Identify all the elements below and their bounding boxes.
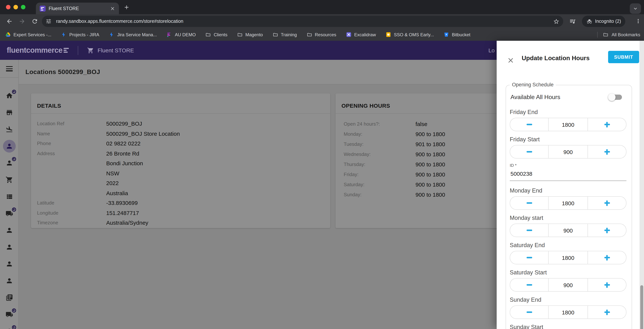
minus-icon	[526, 124, 532, 125]
minus-icon	[526, 284, 532, 286]
tab-close-icon[interactable]	[110, 6, 115, 11]
field-label: Saturday End	[510, 242, 626, 248]
incognito-badge: Incognito (2)	[582, 16, 626, 27]
drawer-title: Update Location Hours	[522, 54, 590, 62]
site-info-icon[interactable]	[46, 18, 52, 24]
saturday-end-increase-button[interactable]	[588, 251, 626, 264]
header-nav-item[interactable]: Lo	[488, 47, 494, 54]
plus-icon	[604, 309, 610, 315]
window-zoom-button[interactable]	[21, 5, 26, 9]
field-sunday-end: Sunday End1800	[510, 296, 626, 319]
monday-start-stepper: 900	[510, 224, 626, 237]
field-id: ID *5000238	[510, 163, 626, 181]
friday-end-decrease-button[interactable]	[510, 118, 548, 131]
submit-button[interactable]: SUBMIT	[608, 51, 639, 63]
browser-tab-fluent-store[interactable]: Fluent STORE	[36, 2, 119, 14]
field-label: Sunday End	[510, 296, 626, 303]
field-available-all-hours: Available All Hours	[510, 93, 626, 102]
sso-icon	[386, 32, 391, 38]
toggle-knob-icon	[608, 94, 616, 101]
bookmarks-bar: Expert Services -...Projects - JIRAJira …	[0, 28, 644, 41]
monday-end-value[interactable]: 1800	[548, 197, 588, 209]
bitbucket-icon	[444, 32, 449, 38]
fluentdemo-icon	[166, 32, 172, 38]
bookmark-item-bitbucket[interactable]: Bitbucket	[444, 32, 470, 38]
bookmark-item-clients[interactable]: Clients	[206, 32, 228, 38]
monday-start-value[interactable]: 900	[548, 224, 588, 237]
saturday-start-value[interactable]: 900	[548, 278, 588, 291]
plus-icon	[604, 255, 610, 260]
saturday-end-stepper: 1800	[510, 251, 626, 264]
field-label: Sunday Start	[510, 324, 626, 329]
chevron-down-icon	[632, 6, 638, 12]
bookmark-item-resources[interactable]: Resources	[307, 32, 336, 38]
sunday-end-decrease-button[interactable]	[510, 306, 548, 318]
monday-start-increase-button[interactable]	[588, 224, 626, 237]
available-all-hours-toggle[interactable]	[609, 94, 622, 100]
section-label: Opening Schedule	[510, 82, 556, 88]
back-button[interactable]	[6, 18, 13, 25]
friday-start-decrease-button[interactable]	[510, 146, 548, 158]
bookmark-star-icon[interactable]	[553, 18, 560, 24]
url-bar[interactable]: randy.sandbox.apps.fluentcommerce.com/st…	[42, 16, 563, 27]
bookmark-label: AU DEMO	[175, 32, 196, 37]
reload-button[interactable]	[32, 18, 38, 25]
brand-text: fluentcommerce	[7, 46, 62, 54]
header-divider	[78, 46, 78, 55]
monday-end-increase-button[interactable]	[588, 197, 626, 209]
saturday-end-decrease-button[interactable]	[510, 251, 548, 264]
bookmark-item-expert-services[interactable]: Expert Services -...	[5, 32, 52, 38]
sunday-end-stepper: 1800	[510, 306, 626, 319]
id-input[interactable]: 5000238	[510, 170, 626, 181]
friday-start-increase-button[interactable]	[588, 146, 626, 158]
drawer-close-icon[interactable]	[507, 56, 514, 64]
friday-end-increase-button[interactable]	[588, 118, 626, 131]
bookmark-item-sso-oms-early[interactable]: SSO & OMS Early...	[386, 32, 434, 38]
field-monday-end: Monday End1800	[510, 187, 626, 210]
new-tab-button[interactable]	[124, 4, 130, 10]
forward-button[interactable]	[19, 18, 26, 25]
toggle-label: Available All Hours	[510, 94, 560, 100]
drive-icon	[5, 32, 11, 38]
bookmark-label: Resources	[315, 32, 336, 37]
field-friday-end: Friday End1800	[510, 108, 626, 131]
app-switcher[interactable]: Fluent STORE	[87, 47, 134, 54]
modal-dim-overlay[interactable]	[0, 60, 497, 329]
folder-icon	[307, 32, 312, 38]
bookmark-item-projects-jira[interactable]: Projects - JIRA	[61, 32, 99, 38]
sunday-end-increase-button[interactable]	[588, 306, 626, 318]
minus-icon	[526, 151, 532, 152]
browser-menu-icon[interactable]	[635, 18, 642, 24]
scrollbar-thumb[interactable]	[640, 285, 643, 329]
monday-start-decrease-button[interactable]	[510, 224, 548, 237]
page-scrollbar[interactable]	[640, 41, 644, 329]
saturday-start-decrease-button[interactable]	[510, 278, 548, 291]
url-text[interactable]: randy.sandbox.apps.fluentcommerce.com/st…	[56, 19, 553, 24]
bookmark-item-training[interactable]: Training	[273, 32, 297, 38]
bookmark-item-excalidraw[interactable]: Excalidraw	[346, 32, 376, 38]
window-close-button[interactable]	[6, 5, 10, 9]
all-bookmarks-label: All Bookmarks	[612, 32, 640, 37]
sunday-end-value[interactable]: 1800	[548, 306, 588, 318]
drawer-header: Update Location Hours SUBMIT	[497, 41, 644, 75]
tab-search-button[interactable]	[630, 3, 641, 14]
bookmark-item-jira-service-mana[interactable]: Jira Service Mana...	[109, 32, 157, 38]
bookmark-item-magento[interactable]: Magento	[237, 32, 263, 38]
fluentcommerce-logo[interactable]: fluentcommerce	[7, 46, 69, 54]
tab-title: Fluent STORE	[48, 6, 110, 11]
field-label: Monday End	[510, 187, 626, 194]
all-bookmarks-button[interactable]: All Bookmarks	[598, 32, 644, 38]
bookmark-item-au-demo[interactable]: AU DEMO	[166, 32, 196, 38]
field-saturday-start: Saturday Start900	[510, 269, 626, 292]
window-controls	[6, 5, 26, 9]
friday-end-value[interactable]: 1800	[548, 118, 588, 131]
window-minimize-button[interactable]	[14, 5, 18, 9]
monday-end-decrease-button[interactable]	[510, 197, 548, 209]
friday-start-value[interactable]: 900	[548, 146, 588, 158]
saturday-end-value[interactable]: 1800	[548, 251, 588, 264]
incognito-label: Incognito (2)	[595, 19, 621, 24]
bookmark-label: Projects - JIRA	[69, 32, 99, 37]
bookmark-label: Bitbucket	[452, 32, 470, 37]
saturday-start-increase-button[interactable]	[588, 278, 626, 291]
media-controls-icon[interactable]	[569, 18, 576, 25]
